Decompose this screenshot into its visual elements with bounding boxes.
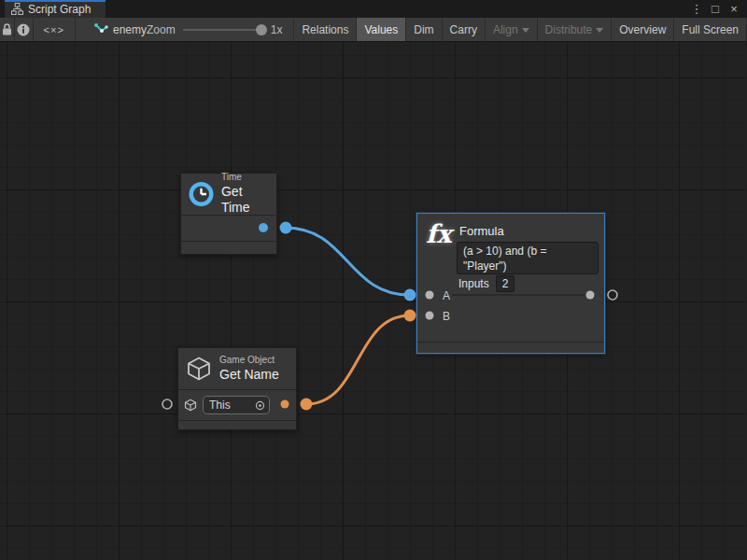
inputs-label: Inputs [458,277,489,290]
port-get-name-target-hollow[interactable] [162,399,172,409]
graph-icon [94,23,108,35]
graph-name: enemy [113,23,147,36]
info-button[interactable] [15,18,33,41]
inspect-source-button[interactable]: <×> [34,18,76,41]
target-object-value: This [209,399,231,412]
node-header: Time Get Time [181,174,276,216]
wire-dot [404,310,416,322]
tab-script-graph[interactable]: Script Graph [5,0,106,18]
wire-dot [404,289,416,301]
close-icon[interactable]: × [726,1,741,17]
distribute-button[interactable]: Distribute [538,18,613,41]
cube-icon [186,356,212,382]
node-category: Game Object [219,355,279,367]
dim-button[interactable]: Dim [406,18,442,41]
fx-icon: fx [426,219,452,248]
fullscreen-button[interactable]: Full Screen [674,18,747,41]
wire-dot [280,222,292,234]
node-category: Time [221,172,269,184]
wire-get-time-to-a[interactable] [286,228,410,295]
graph-breadcrumb[interactable]: enemy [94,18,147,41]
code-icon: <×> [44,24,64,35]
active-tab-accent [5,0,106,2]
node-footer [178,420,296,430]
port-label-a: A [443,289,450,302]
node-title: Get Name [219,367,279,384]
port-label-b: B [443,310,450,323]
zoom-control: Zoom 1x [147,18,282,41]
node-title: Formula [459,224,504,238]
carry-button[interactable]: Carry [443,18,486,41]
hierarchy-icon [11,3,23,15]
zoom-label: Zoom [147,23,176,36]
node-ports-area: This [178,390,296,420]
node-get-time[interactable]: Time Get Time [180,173,277,255]
node-get-name[interactable]: Game Object Get Name This [177,347,297,430]
wire-get-name-to-b[interactable] [306,315,410,404]
target-object-field[interactable]: This [203,396,270,414]
formula-expression-input[interactable]: (a > 10) and (b = "Player") [457,242,599,274]
title-bar: Script Graph ⋮ □ × [0,0,747,18]
dropdown-arrow-icon [596,28,603,33]
node-header: Game Object Get Name [178,348,296,390]
inputs-count-input[interactable]: 2 [496,275,515,292]
lock-icon [2,23,12,35]
wire-dot [301,399,313,411]
overview-button[interactable]: Overview [612,18,674,41]
lock-button[interactable] [0,18,15,41]
node-ports-area [181,216,276,241]
connections-overlay [0,42,747,560]
node-formula[interactable]: fx Formula (a > 10) and (b = "Player") I… [416,213,605,354]
zoom-slider-track [183,29,263,31]
info-icon [17,23,30,36]
window-controls: ⋮ □ × [689,0,747,18]
node-footer [417,342,604,353]
clock-icon [189,180,214,208]
values-button[interactable]: Values [357,18,406,41]
align-button[interactable]: Align [486,18,538,41]
port-formula-result-hollow[interactable] [608,290,617,300]
cube-icon-small [184,399,197,412]
zoom-slider[interactable] [183,23,263,36]
node-footer [181,241,276,253]
relations-button[interactable]: Relations [294,18,357,41]
object-picker-icon[interactable] [255,400,265,411]
tab-title: Script Graph [28,3,91,16]
zoom-value: 1x [271,23,283,36]
node-title: Get Time [221,184,269,217]
maximize-icon[interactable]: □ [708,1,723,17]
toolbar-buttons: Relations Values Dim Carry Align Distrib… [293,18,747,41]
graph-canvas[interactable]: Time Get Time fx Formula (a > 10) and (b… [0,42,747,560]
zoom-slider-handle[interactable] [256,24,267,35]
graph-toolbar: <×> enemy Zoom 1x Relations Values Dim C… [0,18,747,42]
more-menu-icon[interactable]: ⋮ [689,1,704,17]
dropdown-arrow-icon [522,28,529,33]
